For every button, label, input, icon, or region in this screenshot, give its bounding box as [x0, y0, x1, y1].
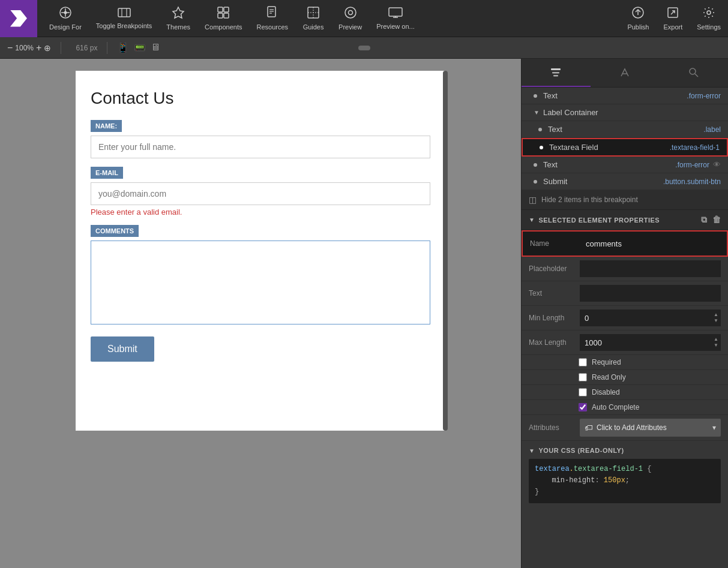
zoom-controls: − 100% + ⊕ — [7, 43, 51, 53]
spin-up[interactable]: ▲ — [714, 312, 718, 318]
svg-marker-7 — [173, 7, 184, 18]
spin-up-max[interactable]: ▲ — [714, 336, 718, 342]
svg-rect-30 — [552, 72, 559, 74]
app-logo[interactable] — [0, 0, 37, 37]
svg-rect-11 — [224, 13, 229, 18]
css-section-header[interactable]: ▼ YOUR CSS (READ-ONLY) — [529, 447, 721, 454]
attributes-select[interactable]: 🏷 Click to Add Attributes ▾ — [580, 419, 721, 437]
disabled-label[interactable]: Disabled — [592, 388, 620, 396]
attributes-row: Attributes 🏷 Click to Add Attributes ▾ — [522, 415, 728, 441]
zoom-out-button[interactable]: − — [7, 43, 13, 53]
export-icon — [666, 6, 679, 22]
submit-button[interactable]: Submit — [91, 336, 154, 362]
toolbar-item-design-for[interactable]: Design For — [42, 2, 89, 34]
toolbar-item-export[interactable]: Export — [656, 2, 690, 34]
svg-rect-9 — [224, 7, 229, 12]
prop-input-text[interactable] — [580, 285, 721, 302]
svg-point-3 — [64, 11, 67, 14]
layer-item-submit[interactable]: Submit .button.submit-btn — [522, 173, 728, 190]
layer-item-label-container[interactable]: ▼ Label Container — [522, 104, 728, 121]
checkbox-row-disabled: Disabled — [522, 385, 728, 400]
svg-rect-21 — [389, 8, 402, 16]
eye-icon[interactable]: 👁 — [713, 160, 721, 169]
toolbar-item-components[interactable]: Components — [197, 2, 249, 34]
toolbar-right-items: Publish Export Settings — [620, 2, 728, 34]
collapse-arrow: ▼ — [534, 109, 540, 116]
css-class-text: textarea-field-1 — [574, 465, 643, 473]
prop-input-max-length[interactable] — [580, 334, 628, 351]
layer-dot — [534, 180, 537, 184]
settings-icon — [702, 6, 715, 22]
name-field-group: NAME: — [91, 120, 430, 167]
themes-label: Themes — [166, 23, 190, 31]
delete-props-icon[interactable]: 🗑 — [712, 215, 721, 225]
auto-complete-label[interactable]: Auto Complete — [592, 403, 639, 411]
max-length-spinners: ▲ ▼ — [714, 336, 721, 348]
prop-input-placeholder[interactable] — [580, 260, 721, 277]
resources-icon — [266, 6, 278, 22]
layer-dot-selected — [540, 146, 543, 149]
subbar: − 100% + ⊕ 616 px 📱 📟 🖥 — [0, 37, 728, 59]
email-input[interactable] — [91, 182, 430, 205]
toolbar-item-preview-on[interactable]: Preview on... — [369, 3, 422, 34]
zoom-fit-button[interactable]: ⊕ — [44, 44, 51, 52]
layer-item-text-label[interactable]: Text .label — [522, 121, 728, 138]
comments-textarea[interactable] — [91, 241, 430, 324]
panel-tabs — [522, 59, 728, 88]
toolbar-item-resources[interactable]: Resources — [249, 2, 295, 34]
toolbar-item-settings[interactable]: Settings — [690, 2, 728, 34]
css-val-text: 150px — [604, 476, 625, 485]
main-toolbar: Design For Toggle Breakpoints Themes Com… — [0, 0, 728, 37]
required-checkbox[interactable] — [579, 358, 587, 366]
right-panel: Text .form-error ▼ Label Container Text … — [521, 59, 728, 568]
toggle-breakpoints-icon — [118, 7, 131, 21]
prop-label-text: Text — [529, 289, 580, 297]
layer-item-text-form-error[interactable]: Text .form-error — [522, 88, 728, 104]
guides-icon — [307, 6, 320, 22]
checkbox-row-required: Required — [522, 355, 728, 370]
toolbar-item-preview[interactable]: Preview — [331, 2, 369, 34]
sel-props-actions: ⧉ 🗑 — [701, 215, 721, 225]
attr-label: Attributes — [529, 423, 580, 432]
design-for-label: Design For — [49, 23, 82, 31]
prop-input-min-length[interactable] — [580, 309, 628, 326]
disabled-checkbox[interactable] — [579, 388, 587, 396]
layer-item-text-form-error-2[interactable]: Text .form-error 👁 — [522, 157, 728, 173]
subbar-divider-2 — [107, 42, 107, 54]
read-only-checkbox[interactable] — [579, 373, 587, 381]
components-icon — [217, 6, 230, 22]
name-label-badge: NAME: — [91, 120, 122, 132]
svg-rect-31 — [553, 75, 558, 77]
comments-field-group: COMMENTS — [91, 225, 430, 336]
panel-tab-search[interactable] — [659, 59, 728, 87]
spin-down-max[interactable]: ▼ — [714, 342, 718, 348]
hide-items-row[interactable]: ◫ Hide 2 items in this breakpoint — [522, 190, 728, 210]
toolbar-item-themes[interactable]: Themes — [159, 2, 197, 34]
resources-label: Resources — [256, 23, 288, 31]
name-input[interactable] — [91, 136, 430, 158]
prop-label-name: Name — [530, 239, 581, 248]
required-label[interactable]: Required — [592, 358, 621, 366]
copy-props-icon[interactable]: ⧉ — [701, 215, 708, 225]
toolbar-item-guides[interactable]: Guides — [295, 2, 331, 34]
toolbar-item-publish[interactable]: Publish — [620, 2, 656, 34]
read-only-label[interactable]: Read Only — [592, 373, 626, 381]
prop-input-name[interactable] — [581, 235, 720, 252]
canvas-handle[interactable] — [358, 46, 370, 50]
device-phone-icon[interactable]: 📱 — [117, 42, 129, 53]
max-length-input-wrap: ▲ ▼ — [580, 334, 721, 351]
svg-point-19 — [345, 7, 356, 18]
device-desktop-icon[interactable]: 🖥 — [151, 42, 160, 53]
spin-down[interactable]: ▼ — [714, 318, 718, 324]
email-field-group: E-MAIL Please enter a valid email. — [91, 167, 430, 217]
css-selector-text: textarea — [535, 465, 570, 473]
layer-item-textarea-field[interactable]: Textarea Field .textarea-field-1 — [522, 138, 728, 157]
css-code-block: textarea.textarea-field-1 { min-height: … — [529, 459, 721, 503]
zoom-in-button[interactable]: + — [36, 43, 41, 53]
device-tablet-icon[interactable]: 📟 — [134, 42, 146, 53]
panel-tab-tree[interactable] — [522, 59, 591, 87]
sel-props-title: SELECTED ELEMENT PROPERTIES — [538, 217, 660, 224]
panel-tab-style[interactable] — [591, 59, 660, 87]
toolbar-item-toggle-breakpoints[interactable]: Toggle Breakpoints — [89, 4, 160, 33]
auto-complete-checkbox[interactable] — [579, 403, 587, 411]
